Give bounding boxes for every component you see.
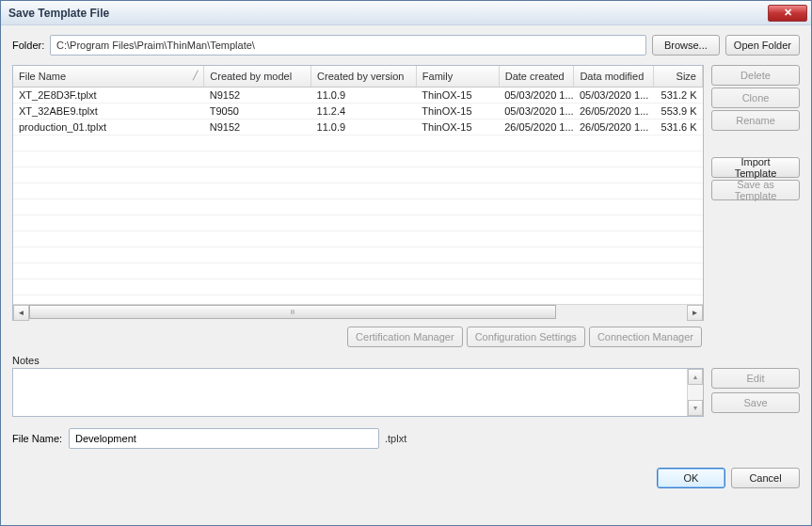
table-row[interactable]: production_01.tplxtN915211.0.9ThinOX-152… [13, 119, 703, 135]
save-button[interactable]: Save [711, 392, 800, 413]
folder-row: Folder: Browse... Open Folder [12, 35, 800, 56]
scroll-left-icon[interactable]: ◄ [13, 305, 29, 321]
cell-fname: production_01.tplxt [13, 119, 204, 135]
filename-label: File Name: [12, 433, 63, 444]
table-row[interactable]: XT_32ABE9.tplxtT905011.2.4ThinOX-1505/03… [13, 103, 703, 119]
cell-created: 26/05/2020 1... [499, 119, 574, 135]
dialog-body: Folder: Browse... Open Folder File Name╱… [1, 25, 811, 525]
cell-model: N9152 [204, 119, 311, 135]
filename-row: File Name: .tplxt [12, 428, 800, 449]
connection-manager-button[interactable]: Connection Manager [589, 327, 702, 347]
cell-ver: 11.2.4 [311, 103, 417, 119]
side-buttons: Delete Clone Rename Import Template Save… [711, 65, 800, 321]
delete-button[interactable]: Delete [711, 65, 800, 86]
close-icon: ✕ [784, 7, 792, 19]
scroll-thumb[interactable] [29, 305, 556, 319]
table-row-empty [13, 151, 703, 167]
cell-size: 553.9 K [654, 103, 703, 119]
cell-modified: 26/05/2020 1... [574, 119, 654, 135]
cell-fname: XT_2E8D3F.tplxt [13, 87, 204, 103]
col-file-name-label: File Name [19, 71, 66, 82]
table-row-empty [13, 135, 703, 151]
ok-button[interactable]: OK [657, 468, 725, 488]
col-size[interactable]: Size [654, 66, 703, 87]
clone-button[interactable]: Clone [711, 88, 800, 108]
dialog-buttons: OK Cancel [12, 468, 800, 488]
window-title: Save Template File [8, 7, 768, 20]
side-gap [711, 133, 800, 155]
cell-ver: 11.0.9 [311, 87, 417, 103]
table-row-empty [13, 231, 703, 247]
configuration-settings-button[interactable]: Configuration Settings [467, 327, 585, 347]
scroll-down-icon[interactable]: ▾ [688, 400, 703, 416]
save-as-template-button[interactable]: Save as Template [711, 180, 800, 200]
cell-size: 531.6 K [654, 119, 703, 135]
table-row-empty [13, 215, 703, 231]
table-row[interactable]: XT_2E8D3F.tplxtN915211.0.9ThinOX-1505/03… [13, 87, 703, 103]
table-row-empty [13, 167, 703, 183]
folder-path-input[interactable] [50, 35, 646, 56]
notes-label: Notes [12, 355, 800, 366]
cell-size: 531.2 K [654, 87, 703, 103]
cell-model: T9050 [204, 103, 311, 119]
table-row-empty [13, 263, 703, 279]
table-scroll[interactable]: File Name╱ Created by model Created by v… [13, 66, 703, 304]
notes-row: ▴ ▾ Edit Save [12, 368, 800, 417]
cell-ver: 11.0.9 [311, 119, 417, 135]
horizontal-scrollbar[interactable]: ◄ ► [13, 304, 703, 320]
cell-family: ThinOX-15 [416, 87, 499, 103]
certification-manager-button[interactable]: Certification Manager [347, 327, 463, 347]
rename-button[interactable]: Rename [711, 110, 800, 131]
col-date-created[interactable]: Date created [499, 66, 574, 87]
table-row-empty [13, 183, 703, 199]
titlebar: Save Template File ✕ [1, 1, 811, 25]
import-template-button[interactable]: Import Template [711, 157, 800, 178]
col-family[interactable]: Family [416, 66, 499, 87]
main-row: File Name╱ Created by model Created by v… [12, 65, 800, 321]
col-version[interactable]: Created by version [311, 66, 417, 87]
close-button[interactable]: ✕ [768, 5, 807, 22]
scroll-up-icon[interactable]: ▴ [688, 369, 703, 385]
folder-label: Folder: [12, 40, 44, 51]
cell-family: ThinOX-15 [416, 119, 499, 135]
table-row-empty [13, 199, 703, 215]
cell-modified: 05/03/2020 1... [574, 87, 654, 103]
manager-buttons: Certification Manager Configuration Sett… [12, 327, 800, 347]
filename-extension: .tplxt [385, 433, 406, 444]
table-row-empty [13, 247, 703, 263]
table-row-empty [13, 295, 703, 304]
cell-created: 05/03/2020 1... [499, 87, 574, 103]
table-row-empty [13, 279, 703, 295]
col-file-name[interactable]: File Name╱ [13, 66, 204, 87]
browse-button[interactable]: Browse... [652, 35, 720, 56]
sort-asc-icon: ╱ [193, 71, 198, 80]
cancel-button[interactable]: Cancel [731, 468, 800, 488]
open-folder-button[interactable]: Open Folder [725, 35, 800, 56]
cell-created: 05/03/2020 1... [499, 103, 574, 119]
cell-fname: XT_32ABE9.tplxt [13, 103, 204, 119]
notes-side-buttons: Edit Save [711, 368, 800, 417]
cell-modified: 26/05/2020 1... [574, 103, 654, 119]
dialog-window: Save Template File ✕ Folder: Browse... O… [0, 0, 812, 526]
scroll-right-icon[interactable]: ► [687, 305, 703, 321]
filename-input[interactable] [69, 428, 379, 449]
edit-button[interactable]: Edit [711, 368, 800, 389]
notes-scrollbar[interactable]: ▴ ▾ [687, 369, 703, 416]
col-model[interactable]: Created by model [204, 66, 311, 87]
file-table: File Name╱ Created by model Created by v… [12, 65, 704, 321]
template-table: File Name╱ Created by model Created by v… [13, 66, 703, 304]
cell-model: N9152 [204, 87, 311, 103]
notes-textarea[interactable]: ▴ ▾ [12, 368, 704, 417]
col-data-modified[interactable]: Data modified [574, 66, 654, 87]
scroll-track[interactable] [29, 305, 687, 321]
cell-family: ThinOX-15 [416, 103, 499, 119]
